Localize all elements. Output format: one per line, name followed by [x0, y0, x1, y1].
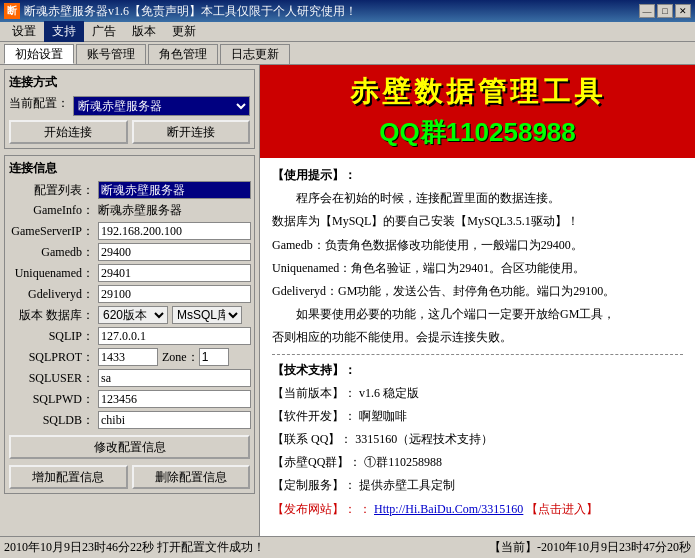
use-tips-title: 【使用提示】：: [272, 166, 683, 185]
software-dev-value: 啊塑咖啡: [359, 409, 407, 423]
separator: [272, 354, 683, 355]
current-version: 【当前版本】： v1.6 稳定版: [272, 384, 683, 403]
connect-buttons: 开始连接 断开连接: [9, 120, 250, 144]
version-label: 版本 数据库：: [9, 307, 94, 324]
tab-role-management[interactable]: 角色管理: [148, 44, 218, 64]
sqldb-input[interactable]: [98, 411, 251, 429]
gameserverip-input[interactable]: [98, 222, 251, 240]
minimize-button[interactable]: —: [639, 4, 655, 18]
tip1: 程序会在初始的时候，连接配置里面的数据连接。: [272, 189, 683, 208]
start-connect-button[interactable]: 开始连接: [9, 120, 128, 144]
sqlpwd-label: SQLPWD：: [9, 391, 94, 408]
connect-info-title: 连接信息: [9, 160, 250, 177]
delete-config-button[interactable]: 删除配置信息: [132, 465, 251, 489]
sqlprot-input[interactable]: [98, 348, 158, 366]
right-panel: 赤壁数据管理工具 QQ群110258988 【使用提示】： 程序会在初始的时候，…: [260, 65, 695, 536]
gdeliveryd-label: Gdeliveryd：: [9, 286, 94, 303]
config-list-row: 配置列表：: [9, 181, 250, 199]
main-content: 连接方式 当前配置： 断魂赤壁服务器 开始连接 断开连接 连接信息 配置列表：: [0, 64, 695, 536]
website[interactable]: 【发布网站】： ： Http://Hi.BaiDu.Com/3315160 【点…: [272, 500, 683, 519]
left-panel: 连接方式 当前配置： 断魂赤壁服务器 开始连接 断开连接 连接信息 配置列表：: [0, 65, 260, 536]
gamedb-label: Gamedb：: [9, 244, 94, 261]
maximize-button[interactable]: □: [657, 4, 673, 18]
software-dev: 【软件开发】： 啊塑咖啡: [272, 407, 683, 426]
sqlip-input[interactable]: [98, 327, 251, 345]
current-config-select[interactable]: 断魂赤壁服务器: [73, 96, 250, 116]
uniquenamed-label: Uniquenamed：: [9, 265, 94, 282]
right-qq: QQ群110258988: [379, 115, 576, 150]
connect-method-title: 连接方式: [9, 74, 250, 91]
current-version-label: 【当前版本】：: [272, 386, 356, 400]
sqlprot-row: SQLPROT： Zone：: [9, 348, 250, 366]
uniquenamed-input[interactable]: [98, 264, 251, 282]
version-select[interactable]: 620版本: [98, 306, 168, 324]
contact-qq: 【联系 QQ】： 3315160（远程技术支持）: [272, 430, 683, 449]
gameserverip-label: GameServerIP：: [9, 223, 94, 240]
sqluser-input[interactable]: [98, 369, 251, 387]
sqlip-label: SQLIP：: [9, 328, 94, 345]
tab-initial-settings[interactable]: 初始设置: [4, 44, 74, 64]
close-button[interactable]: ✕: [675, 4, 691, 18]
chbi-qq-label: 【赤壁QQ群】：: [272, 455, 361, 469]
gdeliveryd-row: Gdeliveryd：: [9, 285, 250, 303]
contact-qq-label: 【联系 QQ】：: [272, 432, 352, 446]
menu-ads[interactable]: 广告: [84, 21, 124, 42]
menu-version[interactable]: 版本: [124, 21, 164, 42]
custom-value: 提供赤壁工具定制: [359, 478, 455, 492]
sqlpwd-input[interactable]: [98, 390, 251, 408]
current-version-value: v1.6 稳定版: [359, 386, 419, 400]
window-title: 断魂赤壁服务器v1.6【免责声明】本工具仅限于个人研究使用！: [24, 3, 639, 20]
zone-label: Zone：: [162, 349, 199, 366]
app-icon: 断: [4, 3, 20, 19]
sqlpwd-row: SQLPWD：: [9, 390, 250, 408]
right-header: 赤壁数据管理工具 QQ群110258988: [260, 65, 695, 158]
chbi-qq: 【赤壁QQ群】： ①群110258988: [272, 453, 683, 472]
menu-settings[interactable]: 设置: [4, 21, 44, 42]
sqluser-label: SQLUSER：: [9, 370, 94, 387]
connect-method-section: 连接方式 当前配置： 断魂赤壁服务器 开始连接 断开连接: [4, 69, 255, 149]
tip2: 数据库为【MySQL】的要自己安装【MySQL3.5.1驱动】！: [272, 212, 683, 231]
gameinfo-row: GameInfo： 断魂赤壁服务器: [9, 202, 250, 219]
connect-info-section: 连接信息 配置列表： GameInfo： 断魂赤壁服务器 GameServerI…: [4, 155, 255, 494]
chbi-qq-value: ①群110258988: [364, 455, 442, 469]
version-row: 版本 数据库： 620版本 MsSQL库: [9, 306, 250, 324]
disconnect-button[interactable]: 断开连接: [132, 120, 251, 144]
gameinfo-label: GameInfo：: [9, 202, 94, 219]
tip3: Gamedb：负责角色数据修改功能使用，一般端口为29400。: [272, 236, 683, 255]
custom: 【定制服务】： 提供赤壁工具定制: [272, 476, 683, 495]
website-prefix: ：: [359, 502, 371, 516]
title-bar: 断 断魂赤壁服务器v1.6【免责声明】本工具仅限于个人研究使用！ — □ ✕: [0, 0, 695, 22]
custom-label: 【定制服务】：: [272, 478, 356, 492]
window-controls: — □ ✕: [639, 4, 691, 18]
config-list-input[interactable]: [98, 181, 251, 199]
tab-account-management[interactable]: 账号管理: [76, 44, 146, 64]
tip6: 如果要使用必要的功能，这几个端口一定要开放给GM工具，: [272, 305, 683, 324]
tip4: Uniquenamed：角色名验证，端口为29401。合区功能使用。: [272, 259, 683, 278]
website-link-value[interactable]: Http://Hi.BaiDu.Com/3315160: [374, 502, 523, 516]
gdeliveryd-input[interactable]: [98, 285, 251, 303]
sqlprot-label: SQLPROT：: [9, 349, 94, 366]
current-config-row: 当前配置： 断魂赤壁服务器: [9, 95, 250, 116]
gamedb-input[interactable]: [98, 243, 251, 261]
right-content: 【使用提示】： 程序会在初始的时候，连接配置里面的数据连接。 数据库为【MySQ…: [260, 158, 695, 536]
sqltype-select[interactable]: MsSQL库: [172, 306, 242, 324]
tech-title: 【技术支持】：: [272, 361, 683, 380]
config-list-label: 配置列表：: [9, 182, 94, 199]
website-enter-link[interactable]: 【点击进入】: [526, 502, 598, 516]
menu-support[interactable]: 支持: [44, 21, 84, 42]
website-label: 【发布网站】：: [272, 502, 356, 516]
sqluser-row: SQLUSER：: [9, 369, 250, 387]
current-config-label: 当前配置：: [9, 95, 69, 112]
status-bar: 2010年10月9日23时46分22秒 打开配置文件成功！ 【当前】-2010年…: [0, 536, 695, 558]
tip5: Gdeliveryd：GM功能，发送公告、封停角色功能。端口为29100。: [272, 282, 683, 301]
add-config-button[interactable]: 增加配置信息: [9, 465, 128, 489]
sqldb-label: SQLDB：: [9, 412, 94, 429]
gamedb-row: Gamedb：: [9, 243, 250, 261]
modify-config-button[interactable]: 修改配置信息: [9, 435, 250, 459]
tab-log-update[interactable]: 日志更新: [220, 44, 290, 64]
zone-input[interactable]: [199, 348, 229, 366]
tip7: 否则相应的功能不能使用。会提示连接失败。: [272, 328, 683, 347]
menu-update[interactable]: 更新: [164, 21, 204, 42]
gameserverip-row: GameServerIP：: [9, 222, 250, 240]
add-delete-buttons: 增加配置信息 删除配置信息: [9, 465, 250, 489]
